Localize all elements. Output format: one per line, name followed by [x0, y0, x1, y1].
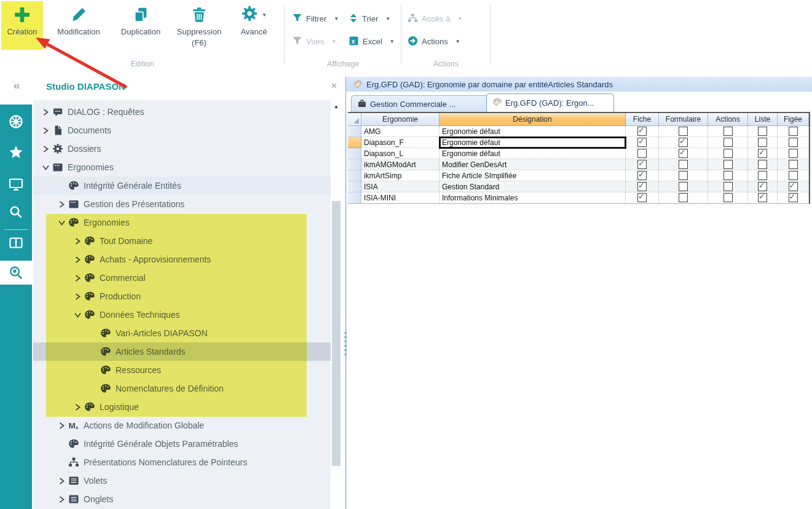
- chevron-right-icon[interactable]: [57, 496, 66, 503]
- wheel-icon[interactable]: [0, 111, 32, 133]
- creation-button[interactable]: Création: [1, 1, 43, 50]
- tree-item[interactable]: Volets: [33, 472, 332, 490]
- checkbox-unchecked-icon[interactable]: [637, 149, 647, 158]
- checkbox-checked-icon[interactable]: [637, 160, 647, 169]
- cell-ergonomie[interactable]: AMG: [361, 126, 440, 137]
- column-header-fiche[interactable]: Fiche: [626, 113, 659, 126]
- tree-item[interactable]: Commercial: [33, 269, 332, 287]
- checkbox-unchecked-icon[interactable]: [758, 127, 767, 136]
- row-header[interactable]: [348, 192, 361, 203]
- tree-item[interactable]: Logistique: [33, 398, 332, 416]
- checkbox-unchecked-icon[interactable]: [758, 160, 767, 169]
- tree-item[interactable]: Intégrité Générale Objets Paramétrables: [33, 435, 332, 453]
- checkbox-unchecked-icon[interactable]: [723, 127, 733, 136]
- cell-formulaire[interactable]: [659, 170, 708, 181]
- cell-actions[interactable]: [708, 148, 748, 159]
- tree-item[interactable]: Gestion des Présentations: [33, 195, 332, 213]
- checkbox-unchecked-icon[interactable]: [758, 171, 767, 180]
- cell-liste[interactable]: [748, 181, 778, 192]
- row-header[interactable]: [348, 137, 361, 148]
- chevron-right-icon[interactable]: [73, 256, 82, 263]
- cell-figée[interactable]: [778, 137, 809, 148]
- row-header[interactable]: [348, 181, 361, 192]
- cell-fiche[interactable]: [626, 170, 659, 181]
- cell-ergonomie[interactable]: Diapason_F: [361, 137, 440, 148]
- star-icon[interactable]: [0, 141, 32, 164]
- checkbox-unchecked-icon[interactable]: [723, 193, 733, 202]
- cell-designation[interactable]: Ergonomie défaut: [440, 148, 626, 159]
- cell-actions[interactable]: [708, 159, 748, 170]
- cell-actions[interactable]: [708, 181, 748, 192]
- cell-ergonomie[interactable]: ikmAMGModArt: [361, 159, 440, 170]
- tree-item[interactable]: Articles Standards: [33, 342, 332, 361]
- cell-designation[interactable]: Ergonomie défaut: [440, 137, 626, 148]
- collapse-panel-icon[interactable]: «: [14, 79, 20, 92]
- row-header[interactable]: [348, 148, 361, 159]
- checkbox-unchecked-icon[interactable]: [789, 127, 798, 136]
- modification-button[interactable]: Modification: [49, 1, 108, 50]
- checkbox-unchecked-icon[interactable]: [789, 160, 798, 169]
- duplication-button[interactable]: Duplication: [114, 1, 167, 50]
- column-header-actions[interactable]: Actions: [708, 113, 748, 126]
- checkbox-unchecked-icon[interactable]: [723, 171, 733, 180]
- chevron-right-icon[interactable]: [41, 109, 50, 116]
- cell-formulaire[interactable]: [659, 148, 708, 159]
- close-icon[interactable]: ✕: [331, 81, 337, 90]
- chevron-right-icon[interactable]: [73, 275, 82, 282]
- checkbox-checked-icon[interactable]: [758, 193, 767, 202]
- cell-designation[interactable]: Informations Minimales: [440, 192, 626, 203]
- tree-item[interactable]: Ergonomies: [33, 158, 332, 176]
- checkbox-unchecked-icon[interactable]: [723, 149, 733, 158]
- chevron-right-icon[interactable]: [57, 201, 66, 208]
- checkbox-checked-icon[interactable]: [637, 127, 647, 136]
- checkbox-unchecked-icon[interactable]: [789, 171, 798, 180]
- tree-item[interactable]: Vari-Articles DIAPASON: [33, 324, 332, 342]
- excel-button[interactable]: x Excel ▼: [349, 30, 408, 53]
- cell-actions[interactable]: [708, 192, 748, 203]
- tree-item[interactable]: Ergonomies: [33, 213, 332, 232]
- cell-designation[interactable]: Gestion Standard: [440, 181, 626, 192]
- suppression-button[interactable]: Suppression (F6): [173, 1, 225, 50]
- cell-formulaire[interactable]: [659, 137, 708, 148]
- row-header[interactable]: [348, 170, 361, 181]
- checkbox-checked-icon[interactable]: [758, 149, 767, 158]
- tree-item[interactable]: DIALOG : Requêtes: [33, 103, 332, 121]
- checkbox-unchecked-icon[interactable]: [679, 193, 688, 202]
- column-header-liste[interactable]: Liste: [748, 113, 778, 126]
- cell-formulaire[interactable]: [659, 192, 708, 203]
- checkbox-unchecked-icon[interactable]: [789, 149, 798, 158]
- cell-actions[interactable]: [708, 137, 748, 148]
- chevron-right-icon[interactable]: [73, 238, 82, 245]
- actions-button[interactable]: Actions ▼: [408, 30, 491, 53]
- checkbox-checked-icon[interactable]: [789, 193, 798, 202]
- cell-liste[interactable]: [748, 137, 778, 148]
- tree-item[interactable]: Tout Domaine: [33, 232, 332, 250]
- cell-figée[interactable]: [778, 148, 809, 159]
- trier-button[interactable]: Trier ▼: [349, 7, 408, 30]
- cell-figée[interactable]: [778, 192, 809, 203]
- cell-liste[interactable]: [748, 170, 778, 181]
- checkbox-checked-icon[interactable]: [637, 193, 647, 202]
- cell-fiche[interactable]: [626, 159, 659, 170]
- column-header-ergonomie[interactable]: Ergonomie: [361, 113, 440, 126]
- search-icon[interactable]: [0, 201, 32, 223]
- cell-figée[interactable]: [778, 159, 809, 170]
- chevron-down-icon[interactable]: [57, 220, 66, 226]
- tree-item[interactable]: Présentations Nomenclatures de Pointeurs: [33, 453, 332, 472]
- cell-designation[interactable]: Fiche Article SImplifiée: [440, 170, 626, 181]
- chevron-right-icon[interactable]: [41, 127, 50, 134]
- column-header-figée[interactable]: Figée: [778, 113, 809, 126]
- cell-liste[interactable]: [748, 159, 778, 170]
- cell-designation[interactable]: Modifier GenDesArt: [440, 159, 626, 170]
- cell-fiche[interactable]: [626, 148, 659, 159]
- cell-formulaire[interactable]: [659, 181, 708, 192]
- cell-liste[interactable]: [748, 192, 778, 203]
- checkbox-unchecked-icon[interactable]: [758, 138, 767, 147]
- checkbox-checked-icon[interactable]: [679, 138, 688, 147]
- columns-icon[interactable]: [0, 232, 32, 254]
- tree-item[interactable]: Onglets: [33, 490, 332, 508]
- checkbox-checked-icon[interactable]: [758, 182, 767, 191]
- scroll-up-icon[interactable]: ▲: [331, 101, 342, 111]
- cell-fiche[interactable]: [626, 192, 659, 203]
- cell-formulaire[interactable]: [659, 126, 708, 137]
